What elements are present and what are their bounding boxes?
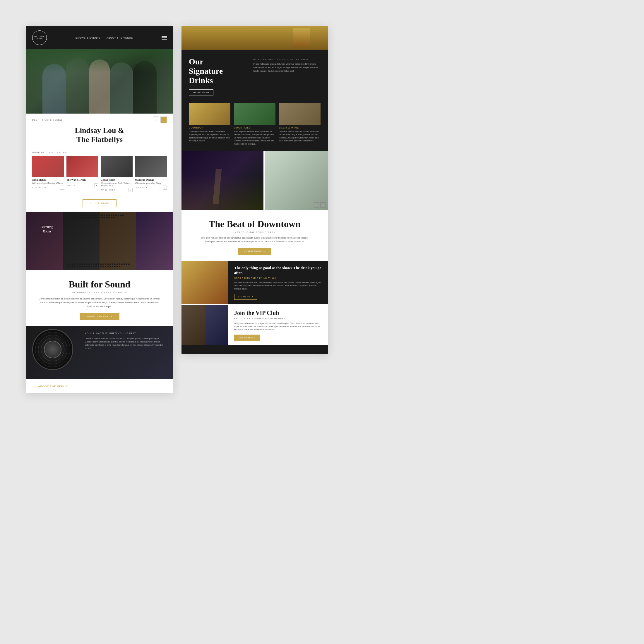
show-name-1: Nicki Bluhm — [32, 178, 64, 181]
drink-bar-image — [181, 26, 328, 50]
sig-left: OurSignatureDrinks DRINK MENU — [189, 57, 247, 95]
about-venue-label[interactable]: About The Venue — [38, 385, 68, 388]
vip-content: Join the VIP Club BECOME A LISTENING ROO… — [228, 305, 328, 345]
artist-name: Lindsay Lou & The Flatbellys — [32, 126, 167, 144]
venue-next-arrow[interactable]: → — [320, 202, 326, 208]
drink-card-bourbon: BOURBON Lorem ipsum dolor sit amet, cons… — [189, 103, 230, 146]
speaker-image — [32, 329, 73, 370]
show-card-img-1 — [32, 156, 64, 177]
venue-photo-arrows: ← → — [314, 202, 326, 208]
grab-bite-content: The only thing as good as the show? The … — [228, 261, 328, 304]
collage-block-3 — [100, 212, 136, 270]
built-title: Built for Sound — [38, 279, 161, 290]
show-footer-2: JAN 7 · 8 › — [66, 183, 98, 187]
arrow-icon: ↗ — [263, 250, 266, 252]
grab-bite-image — [181, 261, 228, 304]
beer-wine-image — [279, 103, 321, 125]
learn-more-button[interactable]: LEARN MORE ↗ — [238, 248, 271, 255]
venue-photo-main — [181, 151, 263, 210]
show-arrow-2[interactable]: › — [94, 183, 98, 187]
navigation: LISTENING ROOM SHOWS & EVENTS ABOUT THE … — [26, 26, 173, 49]
grab-bite-section: The only thing as good as the show? The … — [181, 261, 328, 304]
beat-body: Orci justo nulla commodo, aliquam lectus… — [199, 236, 310, 243]
drink-menu-button[interactable]: DRINK MENU — [189, 89, 213, 95]
show-date-3: JAN 21 · FEB 2 — [101, 189, 115, 191]
hamburger-menu[interactable] — [162, 36, 167, 40]
show-card-img-2 — [66, 156, 98, 177]
show-card-2[interactable]: The War & Treaty JAN 7 · 8 › — [66, 156, 98, 192]
venue-prev-arrow[interactable]: ← — [314, 202, 319, 208]
vip-section: Join the VIP Club BECOME A LISTENING ROO… — [181, 305, 328, 345]
full-lineup-section: FULL LINEUP — [26, 196, 173, 212]
external-icon: ↗ — [251, 296, 253, 298]
venue-photo-side — [265, 151, 328, 210]
sig-body: In hac habitasse platea dictumst. Vivamu… — [253, 62, 321, 73]
right-panel: OurSignatureDrinks DRINK MENU MIXED EXCE… — [181, 26, 328, 354]
more-shows-label: MORE UPCOMING SHOWS — [32, 151, 167, 153]
nav-shows[interactable]: SHOWS & EVENTS — [76, 37, 101, 39]
show-info-band: DEC 7 · 8 Multiple Shows ← → — [26, 114, 173, 123]
show-name-4: Mandolin Orange — [135, 178, 167, 181]
show-sub-1: With special guest Dumpop Williams — [32, 182, 64, 184]
cocktails-image — [234, 103, 275, 125]
prev-arrow[interactable]: ← — [153, 117, 159, 123]
built-section: Built for Sound INTRODUCING THE LISTENIN… — [26, 270, 173, 326]
show-date: DEC 7 · 8 Multiple Shows — [32, 119, 62, 121]
drink-image-top — [181, 26, 328, 50]
speaker-section: YOU'LL KNOW IT WHEN YOU HEAR IT. Curabit… — [26, 326, 173, 379]
show-sub-4: With special guest Wray Stagg — [135, 182, 167, 184]
show-card-4[interactable]: Mandolin Orange With special guest Wray … — [135, 156, 167, 192]
show-card-1[interactable]: Nicki Bluhm With special guest Dumpop Wi… — [32, 156, 64, 192]
drink-card-beer-wine: BEER & WINE Curabitur lobortis id lorem … — [279, 103, 321, 146]
vip-photo-2 — [205, 305, 228, 345]
collage-section: for(let i=0;i<40;i++)document.write('<di… — [26, 212, 173, 270]
speaker-heading: YOU'LL KNOW IT WHEN YOU HEAR IT. — [85, 332, 167, 335]
vip-title: Join the VIP Club — [234, 310, 322, 316]
beer-wine-text: Curabitur lobortis id lorem dictum fulsa… — [279, 130, 321, 143]
full-lineup-button[interactable]: FULL LINEUP — [83, 199, 117, 207]
vip-photo-1 — [181, 305, 205, 345]
show-arrow-3[interactable]: › — [129, 188, 133, 192]
logo-text: LISTENING ROOM — [32, 36, 47, 40]
cocktails-text: Nam dapibus nisi vitae elit fringilla cu… — [234, 130, 275, 146]
logo[interactable]: LISTENING ROOM — [32, 30, 47, 45]
venue-photos: ← → — [181, 151, 328, 210]
beer-wine-type: BEER & WINE — [279, 126, 321, 129]
show-card-3[interactable]: Gillian Welch With special guests Dustin… — [101, 156, 133, 192]
speaker-text: YOU'LL KNOW IT WHEN YOU HEAR IT. Curabit… — [85, 332, 167, 350]
bourbon-type: BOURBON — [189, 126, 230, 129]
left-panel: LISTENING ROOM SHOWS & EVENTS ABOUT THE … — [26, 26, 173, 393]
nav-about[interactable]: ABOUT THE VENUE — [107, 37, 133, 39]
more-shows-section: MORE UPCOMING SHOWS Nicki Bluhm With spe… — [26, 148, 173, 196]
cocktails-type: COCKTAILS — [234, 126, 275, 129]
about-venue-button[interactable]: ABOUT THE VENUE — [80, 313, 119, 320]
wavy-svg — [181, 345, 328, 354]
show-sub-3: With special guests Dustin Watson and Bo… — [101, 182, 133, 187]
vip-photos — [181, 305, 228, 345]
dots-decoration-top: for(let i=0;i<40;i++)document.write('<di… — [73, 215, 126, 218]
vip-learn-more-button[interactable]: LEARN MORE — [234, 335, 260, 341]
about-venue-section: About The Venue — [26, 379, 173, 393]
drink-card-cocktails: COCKTAILS Nam dapibus nisi vitae elit fr… — [234, 103, 275, 146]
next-arrow[interactable]: → — [160, 117, 167, 123]
show-arrow-4[interactable]: › — [163, 186, 167, 190]
sis-menu-button[interactable]: SIS Menu ↗ — [234, 294, 257, 300]
show-card-img-4 — [135, 156, 167, 177]
collage-block-4 — [136, 212, 173, 270]
built-body: Donec facilisis tortor, sit augue lobort… — [38, 297, 161, 308]
show-date-4: FEBRUARY 6 — [135, 187, 147, 189]
bourbon-image — [189, 103, 230, 125]
grab-body: Fusce vehicula dolor arcu, sit amet blan… — [234, 281, 322, 291]
show-footer-3: JAN 21 · FEB 2 › — [101, 188, 133, 192]
collage-block-2 — [63, 212, 100, 270]
show-arrow-1[interactable]: › — [60, 186, 64, 190]
hero-image — [26, 49, 173, 114]
show-date-2: JAN 7 · 8 — [66, 184, 75, 186]
vip-body: Orci justo nulla commodo, aliquam lectus… — [234, 322, 322, 331]
speaker-body: Curabitur lobortis id lorem dictum ultri… — [85, 337, 167, 350]
show-name-2: The War & Treaty — [66, 178, 98, 181]
sig-drinks-section: OurSignatureDrinks DRINK MENU MIXED EXCE… — [181, 50, 328, 101]
collage-logo: ListeningRoom — [35, 220, 59, 238]
artist-title-section: Lindsay Lou & The Flatbellys — [26, 123, 173, 148]
show-footer-4: FEBRUARY 6 › — [135, 186, 167, 190]
